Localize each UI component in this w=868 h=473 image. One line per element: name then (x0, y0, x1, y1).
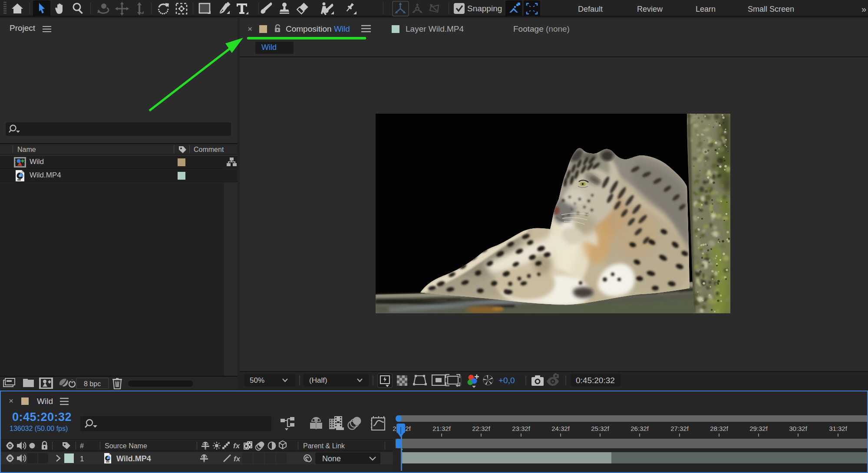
svg-text:Learn: Learn (696, 5, 716, 13)
svg-text:+0,0: +0,0 (498, 376, 515, 385)
svg-text:Snapping: Snapping (467, 4, 502, 13)
svg-text:fx: fx (233, 442, 241, 450)
svg-text:22:32f: 22:32f (472, 425, 491, 432)
svg-text:25:32f: 25:32f (591, 425, 610, 432)
svg-text:Parent & Link: Parent & Link (303, 442, 345, 450)
svg-text:8 bpc: 8 bpc (84, 380, 101, 388)
svg-text:0:45:20:32: 0:45:20:32 (576, 376, 615, 385)
svg-text:Wild.MP4: Wild.MP4 (116, 454, 151, 463)
svg-text:21:32f: 21:32f (432, 425, 451, 432)
svg-text:28:32f: 28:32f (710, 425, 729, 432)
svg-text:30:32f: 30:32f (789, 425, 808, 432)
svg-text:Default: Default (578, 5, 603, 13)
svg-text:29:32f: 29:32f (749, 425, 768, 432)
svg-text:#: # (80, 442, 84, 450)
svg-text:1: 1 (80, 455, 84, 463)
svg-text:24:32f: 24:32f (551, 425, 570, 432)
svg-text:23:32f: 23:32f (512, 425, 531, 432)
svg-text:Small Screen: Small Screen (748, 5, 794, 13)
svg-text:50%: 50% (250, 376, 264, 384)
svg-text:None: None (322, 454, 341, 463)
svg-text:(Half): (Half) (309, 376, 327, 384)
svg-text:26:32f: 26:32f (630, 425, 649, 432)
svg-text:fx: fx (234, 455, 241, 463)
svg-text:27:32f: 27:32f (670, 425, 689, 432)
svg-text:Review: Review (637, 5, 663, 13)
svg-text:31:32f: 31:32f (829, 425, 848, 432)
svg-text:»: » (861, 4, 866, 14)
svg-text:Source Name: Source Name (105, 442, 147, 450)
